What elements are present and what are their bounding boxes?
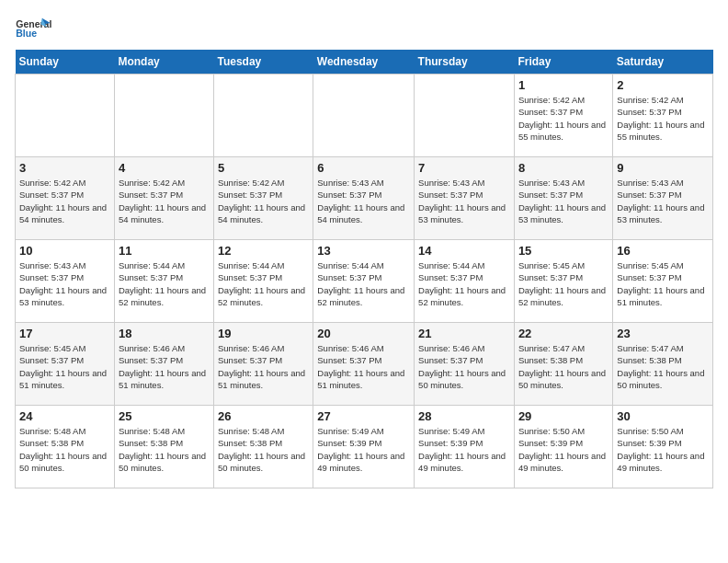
day-cell: 26Sunrise: 5:48 AM Sunset: 5:38 PM Dayli…	[214, 406, 313, 488]
day-cell: 1Sunrise: 5:42 AM Sunset: 5:37 PM Daylig…	[514, 75, 612, 157]
day-cell: 18Sunrise: 5:46 AM Sunset: 5:37 PM Dayli…	[114, 323, 213, 406]
day-cell	[16, 75, 115, 157]
day-number: 15	[518, 244, 609, 258]
day-info: Sunrise: 5:46 AM Sunset: 5:37 PM Dayligh…	[418, 342, 510, 391]
day-cell: 23Sunrise: 5:47 AM Sunset: 5:38 PM Dayli…	[613, 323, 713, 406]
day-number: 18	[119, 327, 210, 340]
day-number: 22	[518, 327, 609, 340]
day-number: 17	[19, 327, 110, 340]
day-number: 28	[418, 409, 510, 423]
day-number: 25	[119, 409, 210, 423]
day-info: Sunrise: 5:48 AM Sunset: 5:38 PM Dayligh…	[19, 425, 110, 474]
day-info: Sunrise: 5:42 AM Sunset: 5:37 PM Dayligh…	[119, 177, 210, 225]
day-number: 14	[418, 244, 510, 258]
day-number: 2	[617, 78, 709, 92]
day-cell: 25Sunrise: 5:48 AM Sunset: 5:38 PM Dayli…	[114, 406, 213, 488]
day-info: Sunrise: 5:45 AM Sunset: 5:37 PM Dayligh…	[19, 342, 110, 391]
day-number: 20	[317, 327, 410, 340]
day-cell: 30Sunrise: 5:50 AM Sunset: 5:39 PM Dayli…	[613, 406, 713, 488]
svg-text:Blue: Blue	[16, 28, 37, 39]
day-info: Sunrise: 5:50 AM Sunset: 5:39 PM Dayligh…	[518, 425, 609, 474]
day-cell: 17Sunrise: 5:45 AM Sunset: 5:37 PM Dayli…	[16, 323, 115, 406]
day-number: 27	[317, 409, 410, 423]
week-row-0: 1Sunrise: 5:42 AM Sunset: 5:37 PM Daylig…	[16, 75, 713, 157]
day-cell	[415, 75, 515, 157]
day-cell	[313, 75, 415, 157]
day-cell: 6Sunrise: 5:43 AM Sunset: 5:37 PM Daylig…	[313, 157, 415, 240]
day-number: 11	[119, 244, 210, 258]
day-header-monday: Monday	[114, 50, 213, 75]
week-row-1: 3Sunrise: 5:42 AM Sunset: 5:37 PM Daylig…	[16, 157, 713, 240]
day-header-sunday: Sunday	[16, 50, 115, 75]
day-info: Sunrise: 5:43 AM Sunset: 5:37 PM Dayligh…	[317, 177, 410, 225]
day-header-wednesday: Wednesday	[313, 50, 415, 75]
day-info: Sunrise: 5:43 AM Sunset: 5:37 PM Dayligh…	[418, 177, 510, 225]
day-info: Sunrise: 5:50 AM Sunset: 5:39 PM Dayligh…	[617, 425, 709, 474]
day-cell: 11Sunrise: 5:44 AM Sunset: 5:37 PM Dayli…	[114, 240, 213, 323]
day-info: Sunrise: 5:44 AM Sunset: 5:37 PM Dayligh…	[418, 259, 510, 308]
day-info: Sunrise: 5:42 AM Sunset: 5:37 PM Dayligh…	[218, 177, 309, 225]
day-info: Sunrise: 5:43 AM Sunset: 5:37 PM Dayligh…	[518, 177, 609, 225]
week-row-4: 24Sunrise: 5:48 AM Sunset: 5:38 PM Dayli…	[16, 406, 713, 488]
day-cell: 3Sunrise: 5:42 AM Sunset: 5:37 PM Daylig…	[16, 157, 115, 240]
day-cell: 8Sunrise: 5:43 AM Sunset: 5:37 PM Daylig…	[514, 157, 612, 240]
day-cell: 14Sunrise: 5:44 AM Sunset: 5:37 PM Dayli…	[415, 240, 515, 323]
day-cell: 20Sunrise: 5:46 AM Sunset: 5:37 PM Dayli…	[313, 323, 415, 406]
day-info: Sunrise: 5:42 AM Sunset: 5:37 PM Dayligh…	[617, 94, 709, 143]
day-cell: 15Sunrise: 5:45 AM Sunset: 5:37 PM Dayli…	[514, 240, 612, 323]
day-number: 23	[617, 327, 709, 340]
logo-icon: General Blue	[15, 15, 51, 42]
day-cell: 10Sunrise: 5:43 AM Sunset: 5:37 PM Dayli…	[16, 240, 115, 323]
day-number: 21	[418, 327, 510, 340]
day-info: Sunrise: 5:44 AM Sunset: 5:37 PM Dayligh…	[119, 259, 210, 308]
day-info: Sunrise: 5:46 AM Sunset: 5:37 PM Dayligh…	[317, 342, 410, 391]
day-cell: 28Sunrise: 5:49 AM Sunset: 5:39 PM Dayli…	[415, 406, 515, 488]
week-row-3: 17Sunrise: 5:45 AM Sunset: 5:37 PM Dayli…	[16, 323, 713, 406]
day-cell: 4Sunrise: 5:42 AM Sunset: 5:37 PM Daylig…	[114, 157, 213, 240]
day-header-saturday: Saturday	[613, 50, 713, 75]
day-number: 12	[218, 244, 309, 258]
day-cell: 24Sunrise: 5:48 AM Sunset: 5:38 PM Dayli…	[16, 406, 115, 488]
day-number: 13	[317, 244, 410, 258]
day-number: 30	[617, 409, 709, 423]
day-header-thursday: Thursday	[415, 50, 515, 75]
week-row-2: 10Sunrise: 5:43 AM Sunset: 5:37 PM Dayli…	[16, 240, 713, 323]
day-info: Sunrise: 5:45 AM Sunset: 5:37 PM Dayligh…	[617, 259, 709, 308]
day-number: 5	[218, 161, 309, 175]
day-info: Sunrise: 5:42 AM Sunset: 5:37 PM Dayligh…	[518, 94, 609, 143]
day-number: 6	[317, 161, 410, 175]
day-info: Sunrise: 5:44 AM Sunset: 5:37 PM Dayligh…	[218, 259, 309, 308]
page-header: General Blue	[15, 15, 713, 42]
day-info: Sunrise: 5:46 AM Sunset: 5:37 PM Dayligh…	[119, 342, 210, 391]
day-cell: 2Sunrise: 5:42 AM Sunset: 5:37 PM Daylig…	[613, 75, 713, 157]
day-number: 16	[617, 244, 709, 258]
day-cell: 5Sunrise: 5:42 AM Sunset: 5:37 PM Daylig…	[214, 157, 313, 240]
day-number: 8	[518, 161, 609, 175]
day-number: 10	[19, 244, 110, 258]
day-number: 9	[617, 161, 709, 175]
day-cell: 13Sunrise: 5:44 AM Sunset: 5:37 PM Dayli…	[313, 240, 415, 323]
day-cell: 16Sunrise: 5:45 AM Sunset: 5:37 PM Dayli…	[613, 240, 713, 323]
day-info: Sunrise: 5:42 AM Sunset: 5:37 PM Dayligh…	[19, 177, 110, 225]
day-info: Sunrise: 5:48 AM Sunset: 5:38 PM Dayligh…	[119, 425, 210, 474]
header-row: SundayMondayTuesdayWednesdayThursdayFrid…	[16, 50, 713, 75]
day-number: 29	[518, 409, 609, 423]
day-cell: 21Sunrise: 5:46 AM Sunset: 5:37 PM Dayli…	[415, 323, 515, 406]
day-cell	[114, 75, 213, 157]
day-info: Sunrise: 5:43 AM Sunset: 5:37 PM Dayligh…	[19, 259, 110, 308]
day-info: Sunrise: 5:45 AM Sunset: 5:37 PM Dayligh…	[518, 259, 609, 308]
day-info: Sunrise: 5:49 AM Sunset: 5:39 PM Dayligh…	[317, 425, 410, 474]
day-cell	[214, 75, 313, 157]
day-cell: 12Sunrise: 5:44 AM Sunset: 5:37 PM Dayli…	[214, 240, 313, 323]
day-cell: 29Sunrise: 5:50 AM Sunset: 5:39 PM Dayli…	[514, 406, 612, 488]
day-number: 4	[119, 161, 210, 175]
day-header-friday: Friday	[514, 50, 612, 75]
day-info: Sunrise: 5:46 AM Sunset: 5:37 PM Dayligh…	[218, 342, 309, 391]
day-number: 26	[218, 409, 309, 423]
day-cell: 27Sunrise: 5:49 AM Sunset: 5:39 PM Dayli…	[313, 406, 415, 488]
day-info: Sunrise: 5:43 AM Sunset: 5:37 PM Dayligh…	[617, 177, 709, 225]
day-number: 3	[19, 161, 110, 175]
day-number: 19	[218, 327, 309, 340]
logo: General Blue	[15, 15, 51, 42]
day-info: Sunrise: 5:44 AM Sunset: 5:37 PM Dayligh…	[317, 259, 410, 308]
